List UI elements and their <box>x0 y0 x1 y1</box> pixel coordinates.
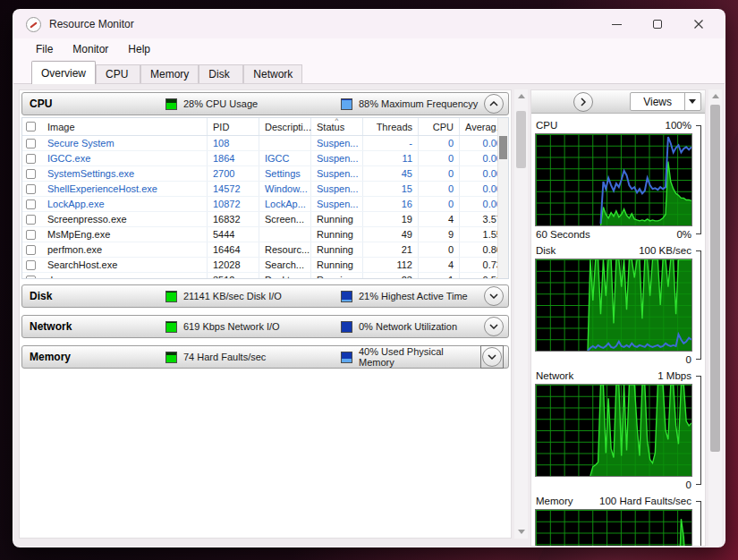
title-bar[interactable]: Resource Monitor <box>13 10 725 38</box>
table-row[interactable]: Secure System108Suspen...-00.00 <box>22 136 508 151</box>
cell-status: Running <box>311 242 363 257</box>
table-row[interactable]: SystemSettings.exe2700SettingsSuspen...4… <box>22 166 508 182</box>
scale-bracket <box>696 125 701 234</box>
tab-disk[interactable]: Disk <box>199 64 243 84</box>
network-graph-label: Network <box>536 370 573 381</box>
collapse-graphs-button[interactable] <box>573 92 593 112</box>
cpu-graph <box>535 133 692 226</box>
select-all-checkbox[interactable] <box>26 122 36 132</box>
scrollbar-thumb[interactable] <box>516 111 526 168</box>
column-header-cpu[interactable]: CPU <box>419 118 460 135</box>
scroll-up-arrow[interactable] <box>708 89 722 103</box>
table-row[interactable]: IGCC.exe1864IGCCSuspen...1100.00 <box>22 151 508 166</box>
table-scrollbar[interactable] <box>497 118 508 278</box>
cell-image: IGCC.exe <box>42 151 208 165</box>
graphs-pane: Views CPU100%60 Seconds0%Disk100 KB/sec0… <box>530 89 706 547</box>
cell-status: Suspen... <box>311 182 363 196</box>
cell-threads: 45 <box>363 166 419 181</box>
scroll-up-arrow[interactable] <box>514 89 528 103</box>
maximize-button[interactable] <box>637 10 678 38</box>
menu-item-help[interactable]: Help <box>120 41 158 57</box>
close-button[interactable] <box>678 10 719 38</box>
memory-graph-scale: 100 Hard Faults/sec <box>599 496 691 506</box>
table-row[interactable]: Screenpresso.exe16832Screen...Running194… <box>22 212 508 227</box>
cell-image: perfmon.exe <box>42 242 208 257</box>
cell-threads: 112 <box>363 258 419 272</box>
column-header-threads[interactable]: Threads <box>363 118 419 135</box>
row-checkbox[interactable] <box>26 245 36 255</box>
disk-graph-scale: 100 KB/sec <box>639 245 691 256</box>
views-button[interactable]: Views <box>630 92 701 111</box>
overview-scrollbar[interactable] <box>514 89 528 539</box>
cpu-graph-scale: 100% <box>666 120 691 131</box>
column-header-status[interactable]: ^Status <box>311 118 363 135</box>
disk-active-label: 21% Highest Active Time <box>359 291 468 301</box>
disk-section-header: Disk 21141 KB/sec Disk I/O 21% Highest A… <box>21 284 509 308</box>
column-header-pid[interactable]: PID <box>208 118 259 135</box>
cell-status: Suspen... <box>311 197 363 211</box>
cpu-usage-indicator <box>165 98 177 110</box>
cell-description: Resourc... <box>259 242 311 257</box>
row-checkbox[interactable] <box>26 260 36 270</box>
network-graph-scale: 1 Mbps <box>657 370 691 381</box>
tab-overview[interactable]: Overview <box>31 61 96 84</box>
table-row[interactable]: SearchHost.exe12028Search...Running11240… <box>22 258 508 273</box>
row-checkbox[interactable] <box>26 215 36 225</box>
cell-image: MsMpEng.exe <box>42 227 208 242</box>
table-row[interactable]: MsMpEng.exe5444Running4991.55 <box>22 227 508 242</box>
menu-bar: FileMonitorHelp <box>13 38 725 59</box>
row-checkbox[interactable] <box>26 276 36 280</box>
views-bar: Views <box>531 90 705 114</box>
graphs-scrollbar[interactable] <box>708 89 722 547</box>
cpu-collapse-button[interactable] <box>484 94 504 114</box>
cell-status: Suspen... <box>311 151 363 165</box>
cell-status: Running <box>311 258 363 272</box>
cell-status: Suspen... <box>311 166 363 181</box>
network-expand-button[interactable] <box>484 317 504 336</box>
row-checkbox[interactable] <box>26 199 36 209</box>
cell-pid: 5444 <box>208 227 259 242</box>
cell-threads: 15 <box>363 182 419 196</box>
minimize-button[interactable] <box>596 10 637 38</box>
cell-description: IGCC <box>259 151 311 165</box>
table-row[interactable]: perfmon.exe16464Resourc...Running2100.86 <box>22 242 508 258</box>
row-checkbox[interactable] <box>26 169 36 179</box>
tab-memory[interactable]: Memory <box>140 64 199 84</box>
chevron-down-icon <box>488 354 496 360</box>
tab-cpu[interactable]: CPU <box>96 64 140 84</box>
maximize-icon <box>653 20 662 29</box>
disk-expand-button[interactable] <box>484 286 504 306</box>
table-row[interactable]: dwm.exe3512Deskto...Running2310.56 <box>22 273 508 279</box>
cell-cpu: 1 <box>419 273 460 279</box>
table-row[interactable]: ShellExperienceHost.exe14572Window...Sus… <box>22 182 508 197</box>
memory-graph-label: Memory <box>536 496 573 506</box>
scrollbar-thumb[interactable] <box>710 105 720 452</box>
cell-pid: 16832 <box>208 212 259 226</box>
table-scrollbar-thumb[interactable] <box>499 136 507 159</box>
row-checkbox[interactable] <box>26 184 36 194</box>
network-graph-zero-label: 0 <box>686 479 691 490</box>
cell-status: Running <box>311 227 363 242</box>
cell-cpu: 0 <box>419 166 460 181</box>
scroll-down-arrow[interactable] <box>514 525 528 539</box>
views-dropdown-button[interactable] <box>684 93 700 110</box>
table-row[interactable]: LockApp.exe10872LockAp...Suspen...1600.0… <box>22 197 508 212</box>
cell-status: Running <box>311 273 363 279</box>
tab-network[interactable]: Network <box>243 64 302 84</box>
column-header-description[interactable]: Descripti... <box>259 118 311 135</box>
cell-pid: 108 <box>208 136 259 150</box>
row-checkbox[interactable] <box>26 139 36 148</box>
menu-item-file[interactable]: File <box>28 41 61 57</box>
cell-cpu: 4 <box>419 258 460 272</box>
row-checkbox[interactable] <box>26 230 36 240</box>
column-header-image[interactable]: Image <box>42 118 208 135</box>
cell-description: Window... <box>259 182 311 196</box>
menu-item-monitor[interactable]: Monitor <box>64 41 116 57</box>
cell-pid: 2700 <box>208 166 259 181</box>
row-checkbox[interactable] <box>26 154 36 164</box>
memory-expand-button[interactable] <box>482 347 502 367</box>
network-section-title: Network <box>30 320 165 333</box>
graph-network: Network1 Mbps0 <box>535 368 703 493</box>
cell-pid: 12028 <box>208 258 259 272</box>
chevron-down-icon <box>489 324 498 329</box>
